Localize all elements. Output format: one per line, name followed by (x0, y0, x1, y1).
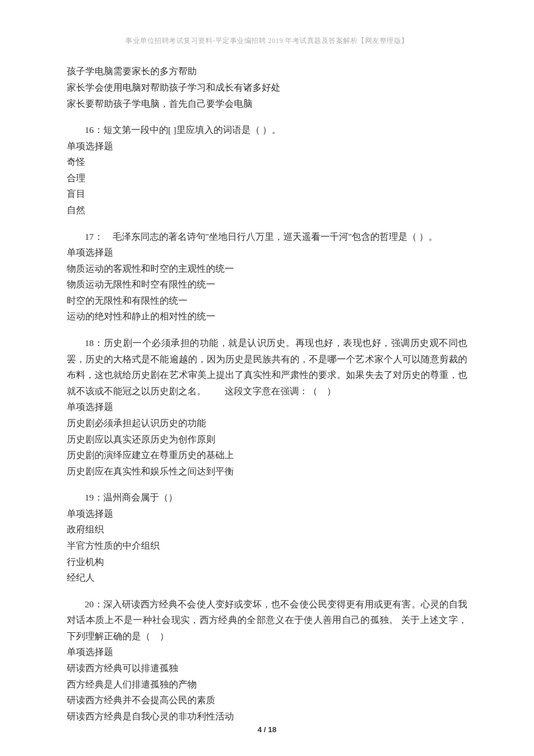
question-stem: 17： 毛泽东同志的著名诗句"坐地日行八万里，巡天遥看一千河"包含的哲理是（ ）… (67, 229, 467, 245)
option: 时空的无限性和有限性的统一 (67, 293, 467, 309)
option: 研读西方经典是自我心灵的非功利性活动 (67, 708, 467, 725)
question-type: 单项选择题 (67, 506, 467, 522)
question-stem: 19：温州商会属于（） (67, 489, 467, 506)
intro-block: 孩子学电脑需要家长的多方帮助 家长学会使用电脑对帮助孩子学习和成长有诸多好处 家… (67, 63, 467, 111)
option: 历史剧应以真实还原历史为创作原则 (67, 431, 467, 448)
intro-line: 孩子学电脑需要家长的多方帮助 (67, 63, 467, 80)
option: 物质运动的客观性和时空的主观性的统一 (67, 261, 467, 277)
question-19: 19：温州商会属于（） 单项选择题 政府组织 半官方性质的中介组织 行业机构 经… (67, 489, 467, 585)
option: 西方经典是人们排遣孤独的产物 (67, 676, 467, 693)
page-header: 事业单位招聘考试复习资料-平定事业编招聘 2019 年考试真题及答案解析【网友整… (67, 35, 467, 47)
option: 半官方性质的中介组织 (67, 538, 467, 554)
question-type: 单项选择题 (67, 138, 467, 154)
option: 盲目 (67, 186, 467, 202)
question-stem: 16：短文第一段中的[ ]里应填入的词语是（ ）。 (67, 122, 467, 138)
question-16: 16：短文第一段中的[ ]里应填入的词语是（ ）。 单项选择题 奇怪 合理 盲目… (67, 122, 467, 218)
page-number: 4 / 18 (0, 725, 534, 734)
option: 历史剧的演绎应建立在尊重历史的基础上 (67, 447, 467, 463)
option: 合理 (67, 170, 467, 186)
option: 历史剧必须承担起认识历史的功能 (67, 415, 467, 431)
question-18: 18：历史剧一个必须承担的功能，就是认识历史。再现也好，表现也好，强调历史观不同… (67, 335, 467, 479)
option: 政府组织 (67, 521, 467, 538)
option: 物质运动无限性和时空有限性的统一 (67, 276, 467, 293)
question-17: 17： 毛泽东同志的著名诗句"坐地日行八万里，巡天遥看一千河"包含的哲理是（ ）… (67, 229, 467, 325)
option: 经纪人 (67, 570, 467, 586)
question-stem: 18：历史剧一个必须承担的功能，就是认识历史。再现也好，表现也好，强调历史观不同… (67, 335, 467, 399)
option: 研读西方经典并不会提高公民的素质 (67, 692, 467, 708)
question-type: 单项选择题 (67, 644, 467, 660)
option: 研读西方经典可以排遣孤独 (67, 660, 467, 676)
question-stem: 20：深入研读西方经典不会使人变好或变坏，也不会使公民变得更有用或更有害。心灵的… (67, 596, 467, 645)
option: 历史剧应在真实性和娱乐性之间达到平衡 (67, 463, 467, 480)
intro-line: 家长学会使用电脑对帮助孩子学习和成长有诸多好处 (67, 80, 467, 96)
option: 运动的绝对性和静止的相对性的统一 (67, 308, 467, 325)
option: 奇怪 (67, 154, 467, 170)
question-type: 单项选择题 (67, 244, 467, 261)
question-type: 单项选择题 (67, 399, 467, 415)
intro-line: 家长要帮助孩子学电脑，首先自己要学会电脑 (67, 96, 467, 112)
option: 行业机构 (67, 554, 467, 570)
option: 自然 (67, 202, 467, 218)
question-20: 20：深入研读西方经典不会使人变好或变坏，也不会使公民变得更有用或更有害。心灵的… (67, 596, 467, 725)
